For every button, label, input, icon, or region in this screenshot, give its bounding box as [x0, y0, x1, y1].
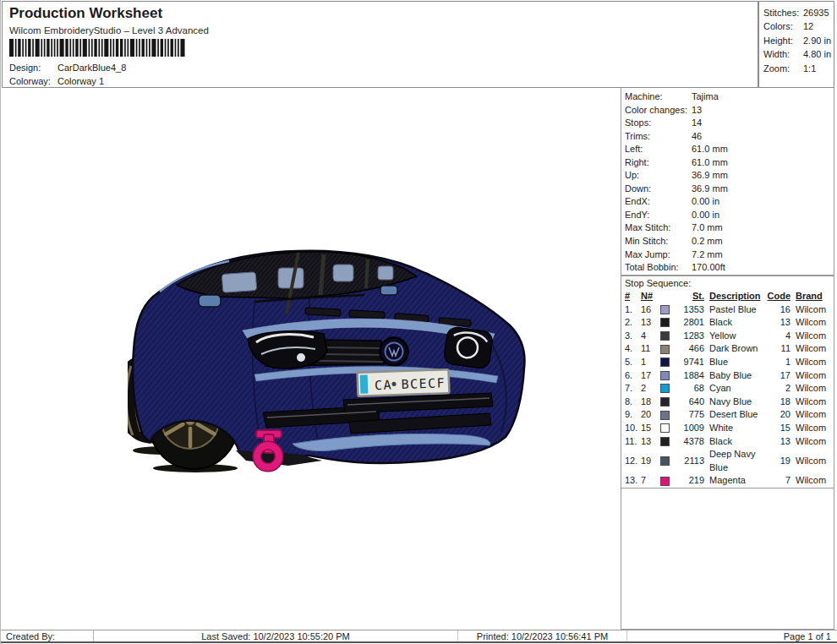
- col-stitches: St.: [660, 290, 704, 303]
- machine-label: Max Stitch:: [625, 221, 692, 235]
- c-pillar: [366, 259, 368, 288]
- created-by-label: Created By:: [1, 630, 94, 641]
- machine-label: EndX:: [625, 195, 692, 209]
- machine-row: Max Jump:7.2 mm: [625, 248, 834, 262]
- machine-row: EndX:0.00 in: [625, 195, 834, 209]
- app-subtitle: Wilcom EmbroideryStudio – Level 3 Advanc…: [9, 25, 209, 35]
- thread-color-swatch: [660, 371, 670, 380]
- summary-panel: Stitches:26935 Colors:12 Height:2.90 in …: [758, 1, 834, 88]
- design-value: CarDarkBlue4_8: [57, 63, 126, 73]
- thread-color-swatch: [660, 456, 670, 466]
- page-indicator: Page 1 of 1: [626, 630, 837, 641]
- machine-label: Stops:: [625, 117, 692, 130]
- machine-row: Machine:Tajima: [625, 90, 834, 104]
- col-num: #: [625, 290, 641, 303]
- barcode-icon: [9, 39, 187, 57]
- machine-label: Machine:: [625, 90, 692, 104]
- stop-sequence-row: 11.134378Black13Wilcom: [625, 435, 832, 449]
- design-row: Design: CarDarkBlue4_8: [9, 63, 126, 73]
- printed-text: Printed: 10/2/2023 10:56:41 PM: [457, 630, 626, 641]
- summary-value: 1:1: [803, 62, 816, 75]
- side-mirror-left: [199, 295, 221, 307]
- machine-value: 46: [692, 130, 702, 144]
- col-brand: Brand: [796, 290, 832, 303]
- machine-value: 0.00 in: [692, 195, 719, 209]
- thread-color-swatch: [660, 305, 670, 314]
- machine-value: 7.2 mm: [692, 248, 723, 262]
- design-label: Design:: [9, 63, 57, 73]
- machine-label: Right:: [625, 156, 692, 170]
- stop-sequence-row: 3.41283Yellow4Wilcom: [625, 330, 832, 343]
- machine-row: Right:61.0 mm: [625, 156, 834, 170]
- summary-row: Height:2.90 in: [763, 34, 834, 47]
- design-canvas: CA BCECF: [1, 88, 621, 630]
- license-plate-text: CA BCECF: [375, 375, 446, 393]
- stop-sequence-title: Stop Sequence:: [625, 277, 832, 290]
- col-code: Code: [767, 290, 790, 303]
- stop-sequence-row: 4.11466Dark Brown11Wilcom: [625, 342, 832, 356]
- summary-label: Height:: [763, 34, 803, 47]
- col-needle: N#: [641, 290, 660, 303]
- machine-label: Min Stitch:: [625, 235, 692, 248]
- stop-sequence-row: 7.268Cyan2Wilcom: [625, 382, 832, 396]
- production-worksheet-page: Production Worksheet Wilcom EmbroiderySt…: [0, 0, 837, 644]
- machine-value: 36.9 mm: [692, 183, 728, 196]
- stop-sequence-row: 12.192113Deep Navy Blue19Wilcom: [625, 448, 832, 474]
- machine-label: Color changes:: [625, 104, 692, 117]
- machine-row: Down:36.9 mm: [625, 183, 834, 196]
- machine-row: Max Stitch:7.0 mm: [625, 221, 834, 235]
- machine-value: Tajima: [692, 90, 719, 104]
- stop-sequence-row: 5.19741Blue1Wilcom: [625, 356, 832, 369]
- thread-color-swatch: [660, 437, 670, 446]
- machine-row: Up:36.9 mm: [625, 169, 834, 183]
- car-embroidery-design: CA BCECF: [128, 239, 535, 473]
- summary-row: Zoom:1:1: [763, 62, 834, 75]
- page-title: Production Worksheet: [9, 5, 162, 22]
- machine-value: 7.0 mm: [692, 221, 723, 235]
- stop-sequence-header: # N# St. Description Code Brand: [625, 290, 832, 303]
- thread-color-swatch: [660, 423, 670, 433]
- side-mirror-right: [380, 286, 397, 295]
- stop-sequence-row: 10.151009White15Wilcom: [625, 422, 832, 435]
- machine-row: Stops:14: [625, 117, 834, 130]
- colorway-value: Colorway 1: [57, 76, 104, 86]
- machine-value: 14: [692, 117, 702, 130]
- machine-value: 61.0 mm: [692, 143, 728, 156]
- machine-row: Color changes:13: [625, 104, 834, 117]
- machine-value: 170.00ft: [692, 261, 725, 275]
- brand-emblem: [380, 338, 408, 366]
- machine-value: 0.00 in: [692, 209, 719, 222]
- stop-sequence-row: 6.171884Baby Blue17Wilcom: [625, 369, 832, 383]
- summary-label: Zoom:: [763, 62, 803, 75]
- summary-label: Stitches:: [763, 6, 803, 19]
- thread-color-swatch: [660, 345, 670, 354]
- machine-label: Total Bobbin:: [625, 261, 692, 275]
- machine-label: Trims:: [625, 130, 692, 144]
- stop-sequence-row: 1.161353Pastel Blue16Wilcom: [625, 303, 832, 317]
- thread-color-swatch: [660, 411, 670, 420]
- thread-color-swatch: [660, 357, 670, 367]
- footer-bar: Created By: Last Saved: 10/2/2023 10:55:…: [1, 630, 837, 643]
- thread-color-swatch: [660, 318, 670, 327]
- thread-color-swatch: [660, 397, 670, 407]
- thread-color-swatch: [660, 331, 670, 341]
- machine-value: 0.2 mm: [692, 235, 723, 248]
- summary-row: Stitches:26935: [763, 6, 834, 19]
- colorway-label: Colorway:: [9, 76, 57, 86]
- stop-sequence-row: 13.7219Magenta7Wilcom: [625, 474, 832, 488]
- machine-row: Left:61.0 mm: [625, 143, 834, 156]
- machine-row: Min Stitch:0.2 mm: [625, 235, 834, 248]
- colorway-row: Colorway: Colorway 1: [9, 76, 104, 86]
- stop-sequence-panel: Stop Sequence: # N# St. Description Code…: [621, 276, 834, 488]
- last-saved-text: Last Saved: 10/2/2023 10:55:20 PM: [94, 630, 457, 641]
- machine-label: Up:: [625, 169, 692, 183]
- summary-row: Width:4.80 in: [763, 47, 834, 61]
- summary-label: Colors:: [763, 19, 803, 33]
- machine-row: EndY:0.00 in: [625, 209, 834, 222]
- summary-label: Width:: [763, 47, 803, 61]
- summary-value: 26935: [803, 6, 829, 19]
- machine-row: Trims:46: [625, 130, 834, 144]
- machine-label: Down:: [625, 183, 692, 196]
- summary-value: 4.80 in: [803, 47, 831, 61]
- header-panel: Production Worksheet Wilcom EmbroiderySt…: [2, 1, 758, 88]
